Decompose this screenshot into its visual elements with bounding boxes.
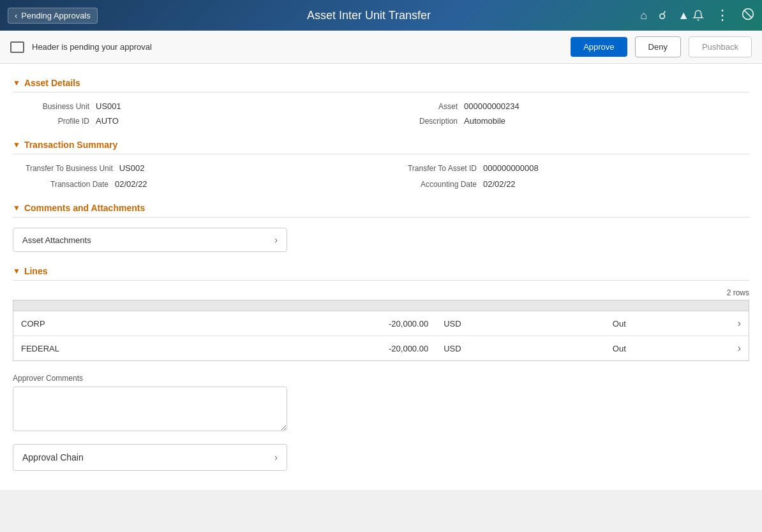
business-unit-value: US001	[96, 101, 121, 111]
line-currency: USD	[436, 336, 564, 361]
pushback-button[interactable]: Pushback	[689, 36, 752, 57]
bell-icon[interactable]: ▲	[678, 9, 704, 22]
asset-details-fields: Business Unit US001 Profile ID AUTO Asse…	[13, 98, 749, 132]
home-icon[interactable]: ⌂	[640, 9, 647, 22]
back-label: Pending Approvals	[21, 11, 90, 20]
line-chevron-icon: ›	[738, 343, 741, 353]
profile-id-value: AUTO	[96, 116, 119, 126]
accounting-date-row: Accounting Date 02/02/22	[394, 179, 749, 189]
transfer-to-bu-label: Transfer To Business Unit	[26, 164, 113, 173]
asset-details-right: Asset 000000000234 Description Automobil…	[394, 101, 749, 126]
page-title: Asset Inter Unit Transfer	[98, 9, 641, 22]
lines-table: CORP -20,000.00 USD Out › FEDERAL -20,00…	[13, 300, 749, 361]
transfer-to-asset-label: Transfer To Asset ID	[394, 164, 477, 173]
approver-comments-textarea[interactable]	[13, 387, 287, 431]
transaction-summary-title: Transaction Summary	[24, 140, 117, 150]
lines-table-header	[13, 300, 749, 311]
rows-count: 2 rows	[13, 286, 749, 300]
transfer-to-bu-row: Transfer To Business Unit US002	[26, 163, 381, 173]
lines-section-header: ▼ Lines	[13, 258, 749, 281]
attachments-section: Asset Attachments ›	[13, 223, 749, 258]
approval-chain-section: Approval Chain ›	[13, 438, 749, 477]
profile-id-row: Profile ID AUTO	[26, 116, 381, 126]
back-button[interactable]: ‹ Pending Approvals	[8, 8, 98, 24]
block-icon[interactable]	[742, 8, 754, 24]
main-content: ▼ Asset Details Business Unit US001 Prof…	[0, 64, 762, 490]
asset-attachments-chevron-icon: ›	[274, 235, 278, 245]
line-name: CORP	[13, 311, 223, 336]
svg-line-1	[744, 10, 752, 18]
description-label: Description	[394, 117, 458, 126]
col-currency	[436, 300, 564, 311]
transaction-date-label: Transaction Date	[26, 180, 108, 189]
top-nav: ‹ Pending Approvals Asset Inter Unit Tra…	[0, 0, 762, 31]
asset-value: 000000000234	[464, 101, 519, 111]
col-action	[675, 300, 749, 311]
asset-attachments-row[interactable]: Asset Attachments ›	[13, 228, 287, 252]
col-name	[13, 300, 223, 311]
lines-section: 2 rows CORP -20,000.00 USD Out › FEDE	[13, 286, 749, 367]
col-direction	[564, 300, 675, 311]
transaction-date-value: 02/02/22	[115, 179, 147, 189]
line-name: FEDERAL	[13, 336, 223, 361]
ts-right: Transfer To Asset ID 000000000008 Accoun…	[394, 163, 749, 189]
business-unit-label: Business Unit	[26, 102, 89, 111]
asset-details-left: Business Unit US001 Profile ID AUTO	[26, 101, 381, 126]
lines-chevron-icon[interactable]: ▼	[13, 267, 20, 276]
line-amount: -20,000.00	[223, 311, 437, 336]
business-unit-row: Business Unit US001	[26, 101, 381, 111]
more-icon[interactable]: ⋮	[715, 7, 730, 24]
description-value: Automobile	[464, 116, 505, 126]
approval-bar: Header is pending your approval Approve …	[0, 31, 762, 64]
line-action[interactable]: ›	[675, 311, 749, 336]
nav-icons: ⌂ ☌ ▲ ⋮	[640, 7, 754, 24]
transaction-summary-header: ▼ Transaction Summary	[13, 132, 749, 154]
asset-details-section-header: ▼ Asset Details	[13, 70, 749, 92]
table-row[interactable]: CORP -20,000.00 USD Out ›	[13, 311, 749, 336]
line-currency: USD	[436, 311, 564, 336]
transfer-to-asset-value: 000000000008	[483, 163, 539, 173]
accounting-date-value: 02/02/22	[483, 179, 516, 189]
transaction-date-row: Transaction Date 02/02/22	[26, 179, 381, 189]
document-icon	[10, 41, 24, 53]
line-direction: Out	[564, 336, 675, 361]
line-amount: -20,000.00	[223, 336, 437, 361]
approval-chain-row[interactable]: Approval Chain ›	[13, 444, 287, 471]
search-icon[interactable]: ☌	[659, 8, 666, 22]
line-chevron-icon: ›	[738, 318, 741, 329]
approval-chain-label: Approval Chain	[22, 452, 84, 462]
asset-attachments-label: Asset Attachments	[22, 235, 91, 245]
table-row[interactable]: FEDERAL -20,000.00 USD Out ›	[13, 336, 749, 361]
asset-row: Asset 000000000234	[394, 101, 749, 111]
comments-attachments-header: ▼ Comments and Attachments	[13, 195, 749, 218]
asset-details-chevron-icon[interactable]: ▼	[13, 78, 20, 87]
profile-id-label: Profile ID	[26, 117, 89, 126]
transaction-summary-chevron-icon[interactable]: ▼	[13, 140, 20, 149]
deny-button[interactable]: Deny	[635, 36, 681, 57]
approve-button[interactable]: Approve	[571, 37, 627, 57]
line-action[interactable]: ›	[675, 336, 749, 361]
ts-left: Transfer To Business Unit US002 Transact…	[26, 163, 381, 189]
transaction-summary-fields: Transfer To Business Unit US002 Transact…	[13, 159, 749, 195]
approval-chain-chevron-icon: ›	[274, 452, 278, 462]
transfer-to-asset-row: Transfer To Asset ID 000000000008	[394, 163, 749, 173]
transfer-to-bu-value: US002	[119, 163, 145, 173]
back-arrow-icon: ‹	[15, 11, 17, 20]
lines-title: Lines	[24, 266, 48, 276]
approver-comments-label: Approver Comments	[13, 374, 749, 383]
col-amount	[223, 300, 437, 311]
comments-attachments-title: Comments and Attachments	[24, 203, 145, 213]
asset-label: Asset	[394, 102, 458, 111]
asset-details-title: Asset Details	[24, 78, 80, 88]
comments-chevron-icon[interactable]: ▼	[13, 203, 20, 212]
approval-message: Header is pending your approval	[32, 42, 563, 52]
approver-comments-section: Approver Comments	[13, 367, 749, 438]
line-direction: Out	[564, 311, 675, 336]
description-row: Description Automobile	[394, 116, 749, 126]
accounting-date-label: Accounting Date	[394, 180, 477, 189]
